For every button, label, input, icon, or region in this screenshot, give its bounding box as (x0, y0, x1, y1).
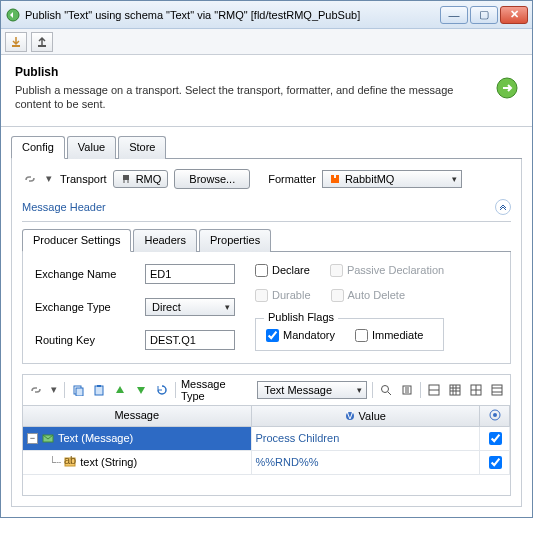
table-row[interactable]: └┄ ab text (String) %%RND%% (23, 451, 510, 475)
row-checkbox[interactable] (489, 456, 502, 469)
browse-button[interactable]: Browse... (174, 169, 250, 189)
exchange-type-label: Exchange Type (35, 301, 135, 313)
message-icon (42, 432, 54, 444)
search-icon[interactable] (378, 382, 394, 398)
publish-icon (490, 65, 518, 112)
paste-icon[interactable] (91, 382, 107, 398)
import-button[interactable] (5, 32, 27, 52)
titlebar: Publish "Text" using schema "Text" via "… (1, 1, 532, 29)
message-type-label: Message Type (181, 378, 252, 402)
declare-checkbox[interactable]: Declare (255, 264, 310, 277)
dropdown-arrow-icon[interactable]: ▾ (44, 174, 54, 184)
row-value[interactable]: Process Children (252, 427, 481, 450)
app-icon (5, 7, 21, 23)
svg-rect-1 (12, 45, 20, 47)
tab-properties[interactable]: Properties (199, 229, 271, 252)
row-label: text (String) (80, 456, 137, 468)
grid4-icon[interactable] (489, 382, 505, 398)
row-value[interactable]: %%RND%% (252, 451, 481, 474)
tree-line: └┄ (49, 456, 60, 469)
svg-rect-17 (492, 385, 502, 395)
grid3-icon[interactable] (468, 382, 484, 398)
description-heading: Publish (15, 65, 490, 79)
grid2-icon[interactable] (447, 382, 463, 398)
chevron-down-icon: ▾ (357, 385, 362, 395)
minimize-button[interactable]: — (440, 6, 468, 24)
publish-flags-legend: Publish Flags (264, 311, 338, 323)
close-button[interactable]: ✕ (500, 6, 528, 24)
svg-rect-2 (38, 45, 46, 47)
copy-icon[interactable] (70, 382, 86, 398)
tab-headers[interactable]: Headers (133, 229, 197, 252)
value-icon: V (345, 411, 355, 421)
column-enabled[interactable] (480, 406, 510, 426)
tab-config[interactable]: Config (11, 136, 65, 159)
exchange-type-value: Direct (152, 301, 181, 313)
chevron-down-icon: ▾ (225, 302, 230, 312)
svg-rect-15 (450, 385, 460, 395)
formatter-label: Formatter (268, 173, 316, 185)
link-icon (22, 171, 38, 187)
chevron-down-icon: ▾ (452, 174, 457, 184)
row-label: Text (Message) (58, 432, 133, 444)
routing-key-label: Routing Key (35, 334, 135, 346)
main-tabs: Config Value Store (11, 135, 522, 159)
dropdown-arrow-icon[interactable]: ▾ (49, 385, 59, 395)
plug-icon (120, 173, 132, 185)
move-up-icon[interactable] (112, 382, 128, 398)
column-message[interactable]: Message (23, 406, 252, 426)
exchange-type-combo[interactable]: Direct ▾ (145, 298, 235, 316)
move-down-icon[interactable] (133, 382, 149, 398)
inner-tabs: Producer Settings Headers Properties (22, 228, 511, 252)
grid1-icon[interactable] (426, 382, 442, 398)
svg-rect-10 (95, 386, 103, 395)
filter-icon[interactable] (399, 382, 415, 398)
target-icon (489, 409, 501, 421)
message-type-combo[interactable]: Text Message ▾ (257, 381, 367, 399)
svg-rect-4 (123, 175, 129, 180)
section-header: Message Header (22, 201, 106, 213)
collapse-button[interactable] (495, 199, 511, 215)
exchange-name-label: Exchange Name (35, 268, 135, 280)
refresh-icon[interactable] (154, 382, 170, 398)
description-text: Publish a message on a transport. Select… (15, 83, 490, 112)
tab-producer-settings[interactable]: Producer Settings (22, 229, 131, 252)
row-checkbox[interactable] (489, 432, 502, 445)
auto-delete-checkbox: Auto Delete (331, 289, 405, 302)
routing-key-input[interactable] (145, 330, 235, 350)
tab-store[interactable]: Store (118, 136, 166, 159)
mandatory-checkbox[interactable]: Mandatory (266, 329, 335, 342)
toolbar (1, 29, 532, 55)
tab-value[interactable]: Value (67, 136, 116, 159)
message-type-value: Text Message (264, 384, 332, 396)
passive-declaration-checkbox: Passive Declaration (330, 264, 444, 277)
maximize-button[interactable]: ▢ (470, 6, 498, 24)
svg-rect-5 (331, 178, 339, 183)
svg-text:ab: ab (64, 456, 76, 466)
svg-rect-7 (336, 175, 339, 178)
svg-text:V: V (346, 411, 354, 421)
transport-value-box: RMQ (113, 170, 169, 188)
column-value[interactable]: V Value (252, 406, 481, 426)
collapse-icon[interactable]: − (27, 433, 38, 444)
export-button[interactable] (31, 32, 53, 52)
formatter-value: RabbitMQ (345, 173, 395, 185)
svg-rect-11 (97, 385, 101, 387)
table-row[interactable]: − Text (Message) Process Children (23, 427, 510, 451)
window-title: Publish "Text" using schema "Text" via "… (25, 9, 440, 21)
transport-value: RMQ (136, 173, 162, 185)
immediate-checkbox[interactable]: Immediate (355, 329, 423, 342)
formatter-combo[interactable]: RabbitMQ ▾ (322, 170, 462, 188)
svg-point-21 (493, 413, 497, 417)
svg-rect-6 (331, 175, 334, 178)
rabbitmq-icon (329, 173, 341, 185)
message-grid: Message V Value − Text (Message) (22, 406, 511, 496)
svg-rect-9 (76, 388, 83, 396)
durable-checkbox: Durable (255, 289, 311, 302)
description-panel: Publish Publish a message on a transport… (1, 55, 532, 127)
string-icon: ab (64, 456, 76, 468)
publish-flags-fieldset: Publish Flags Mandatory Immediate (255, 318, 444, 351)
transport-label: Transport (60, 173, 107, 185)
exchange-name-input[interactable] (145, 264, 235, 284)
grid-toolbar: ▾ Message Type Text Message ▾ (22, 374, 511, 406)
